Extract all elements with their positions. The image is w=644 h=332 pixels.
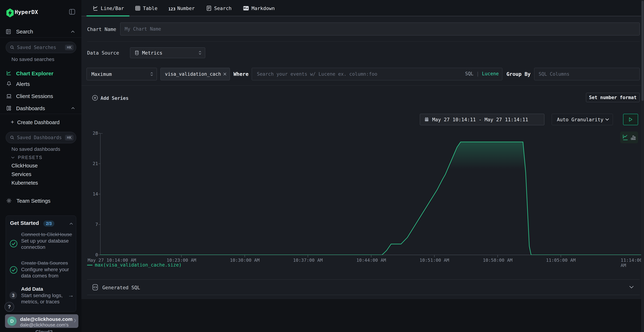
divider <box>87 295 640 295</box>
preset-services[interactable]: Services <box>12 171 31 177</box>
code-icon <box>92 284 98 291</box>
arrow-right-icon[interactable]: → <box>68 292 74 298</box>
y-tick-label: 0 <box>86 252 98 258</box>
chevron-down-icon[interactable] <box>11 156 15 159</box>
shortcut-badge: ⌘K <box>65 135 74 140</box>
add-series-button[interactable]: Add Series <box>100 96 128 101</box>
step-desc: Start sending logs, metrics, or traces <box>21 292 67 305</box>
x-tick <box>561 255 561 257</box>
hyperdx-logo-icon <box>6 8 14 17</box>
line-chart-plot[interactable] <box>100 133 642 255</box>
data-source-select[interactable]: Metrics <box>130 48 205 58</box>
aggregation-value: Maximum <box>92 71 112 77</box>
search-icon <box>10 45 14 50</box>
sidebar-item-client-sessions[interactable]: Client Sessions <box>16 93 53 99</box>
tab-bar <box>82 0 644 16</box>
no-saved-searches-text: No saved searches <box>12 56 54 62</box>
get-started-step[interactable]: Connect to ClickHouse Set up your databa… <box>21 231 73 250</box>
granularity-select[interactable]: Auto Granularity <box>552 114 613 125</box>
saved-searches-input[interactable]: Saved Searches ⌘K <box>6 42 76 53</box>
sidebar-item-chart-explorer[interactable]: Chart Explorer <box>16 70 53 76</box>
plus-circle-icon[interactable] <box>92 95 98 101</box>
laptop-icon <box>6 94 12 99</box>
x-tick-label: 11:14:00 AM <box>621 258 642 268</box>
brand-title: HyperDX <box>15 9 38 15</box>
get-started-step[interactable]: Add Data Start sending logs, metrics, or… <box>21 286 67 305</box>
close-icon[interactable] <box>223 72 227 76</box>
number-tab-icon: 123 <box>168 7 176 11</box>
lucene-mode-button[interactable]: Lucene <box>482 71 499 76</box>
get-started-step[interactable]: Create Data Sources Configure where your… <box>21 260 75 279</box>
y-tick-label: 14 <box>86 192 98 196</box>
preset-kubernetes[interactable]: Kubernetes <box>12 180 38 186</box>
x-tick <box>181 255 182 257</box>
chevron-up-icon[interactable] <box>71 30 75 33</box>
create-dashboard-button[interactable]: Create Dashboard <box>17 120 60 126</box>
shortcut-badge: ⌘K <box>65 45 74 50</box>
set-number-format-button[interactable]: Set number format <box>586 93 640 102</box>
sidebar-item-alerts[interactable]: Alerts <box>16 81 30 87</box>
help-button[interactable]: ? <box>4 302 14 312</box>
search-icon <box>10 135 14 140</box>
x-tick <box>244 255 245 257</box>
sidebar-item-team-settings[interactable]: Team Settings <box>16 198 50 204</box>
select-caret-icon <box>150 72 154 76</box>
tab-markdown[interactable]: Markdown <box>252 6 275 11</box>
x-tick-label: May 27 10:14:00 AM <box>88 258 136 263</box>
data-source-value: Metrics <box>142 50 162 56</box>
x-tick-label: 11:05:00 AM <box>546 258 576 263</box>
chart-explorer-icon <box>6 70 12 76</box>
y-tick-label: 28 <box>86 130 98 136</box>
scrollbar-track[interactable] <box>641 0 644 332</box>
run-query-button[interactable] <box>623 114 638 125</box>
query-language-toggle: SQL | Lucene <box>465 71 499 76</box>
user-card[interactable]: D dale@clickhouse.com dale@clickhouse.co… <box>5 314 78 328</box>
hyperdx-app: HyperDX Search Saved Searches ⌘K No save… <box>0 0 644 332</box>
chevron-down-icon[interactable] <box>629 286 634 289</box>
step-title: Add Data <box>21 286 67 292</box>
step-desc: Set up your database connection <box>21 238 73 250</box>
language-separator: | <box>476 71 479 76</box>
where-input[interactable] <box>252 68 502 80</box>
sidebar: HyperDX Search Saved Searches ⌘K No save… <box>0 0 82 332</box>
preset-clickhouse[interactable]: ClickHouse <box>12 163 38 169</box>
tab-table[interactable]: Table <box>143 6 158 11</box>
group-by-label: Group By <box>506 71 530 77</box>
no-saved-dashboards-text: No saved dashboards <box>12 146 60 152</box>
chevron-up-icon[interactable] <box>70 222 73 225</box>
collapse-sidebar-button[interactable] <box>69 9 75 15</box>
x-tick <box>434 255 434 257</box>
sql-mode-button[interactable]: SQL <box>465 71 474 76</box>
chevron-up-icon[interactable] <box>71 107 75 109</box>
metric-tag[interactable]: visa_validation_cach <box>160 68 230 80</box>
scrollbar-thumb[interactable] <box>642 1 644 101</box>
chart-name-input[interactable] <box>120 22 640 36</box>
select-caret-icon <box>198 50 202 55</box>
y-tick <box>98 224 100 225</box>
x-tick <box>371 255 371 257</box>
step-number-badge: 3 <box>10 292 17 299</box>
saved-dashboards-placeholder: Saved Dashboards <box>17 135 62 140</box>
divider <box>0 114 82 114</box>
group-by-input[interactable] <box>534 68 640 80</box>
sidebar-section-search[interactable]: Search <box>16 28 33 35</box>
x-tick-label: 10:44:00 AM <box>356 258 386 263</box>
saved-dashboards-input[interactable]: Saved Dashboards ⌘K <box>6 132 76 143</box>
bottom-strip <box>82 299 644 332</box>
legend-series-label[interactable]: max(visa_validation_cache.size) <box>95 262 182 268</box>
tab-search[interactable]: Search <box>214 6 232 11</box>
step-desc: Configure where your data comes from <box>21 266 75 279</box>
aggregation-select[interactable]: Maximum <box>86 68 157 80</box>
plus-icon: + <box>11 119 14 126</box>
data-source-label: Data Source <box>87 50 119 56</box>
date-range-picker[interactable]: May 27 10:14:11 - May 27 11:14:11 <box>420 114 544 125</box>
y-tick <box>98 255 100 255</box>
y-tick-label: 7 <box>86 222 98 227</box>
cutoff-footer-text: Cloud? <box>36 329 52 332</box>
tab-underline-track <box>82 16 644 16</box>
presets-toggle[interactable]: PRESETS <box>18 155 42 160</box>
tab-line-bar[interactable]: Line/Bar <box>101 6 124 11</box>
tab-number[interactable]: Number <box>177 6 195 11</box>
journal-icon <box>6 29 11 34</box>
sidebar-item-dashboards[interactable]: Dashboards <box>16 105 45 112</box>
